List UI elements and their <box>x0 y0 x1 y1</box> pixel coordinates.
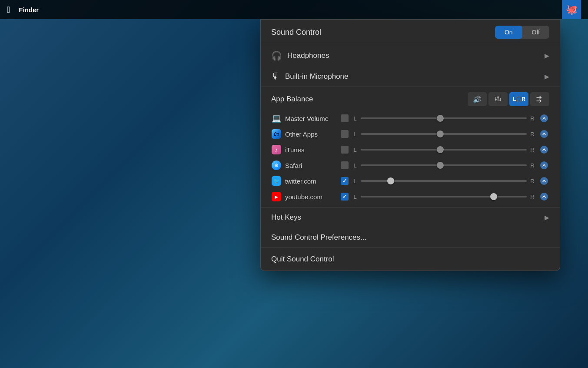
headphones-row-left: 🎧 Headphones <box>271 50 329 61</box>
itunes-checkbox[interactable] <box>341 146 349 154</box>
app-balance-title: App Balance <box>271 95 313 104</box>
master-r-label: R <box>529 115 535 122</box>
other-apps-label: Other Apps <box>285 130 337 138</box>
master-volume-expand-button[interactable] <box>539 113 549 124</box>
safari-slider-container: L R <box>352 162 535 169</box>
svg-point-10 <box>540 177 548 185</box>
safari-slider[interactable] <box>361 164 527 166</box>
itunes-label: iTunes <box>285 146 337 154</box>
sound-control-menubar-button[interactable]: 🐙 <box>562 0 581 19</box>
safari-label: Safari <box>285 162 337 169</box>
other-apps-row: 🗂 Other Apps L R <box>271 126 549 142</box>
other-apps-slider-container: L R <box>352 131 535 137</box>
svg-point-7 <box>540 130 548 138</box>
twitter-slider[interactable] <box>361 180 527 182</box>
other-l-label: L <box>352 131 358 137</box>
master-volume-checkbox[interactable] <box>341 114 349 122</box>
twitter-app-icon: 🐦 <box>272 176 281 186</box>
twitter-checkmark: ✓ <box>342 178 347 184</box>
headphones-row[interactable]: 🎧 Headphones ▶ <box>261 45 560 66</box>
app-balance-header: App Balance 🔊 L🎧R <box>271 92 549 106</box>
master-volume-slider[interactable] <box>361 117 527 119</box>
other-apps-checkbox[interactable] <box>341 130 349 138</box>
finder-icon: 🗂 <box>272 129 281 139</box>
hot-keys-chevron-icon: ▶ <box>545 214 549 221</box>
finder-menu-title[interactable]: Finder <box>19 6 39 13</box>
headphones-chevron-icon: ▶ <box>545 52 549 59</box>
microphone-label: Built-in Microphone <box>285 72 349 81</box>
safari-icon: ⊕ <box>271 160 282 171</box>
youtube-slider[interactable] <box>361 196 527 197</box>
toggle-on-button[interactable]: On <box>495 26 522 39</box>
app-balance-section: App Balance 🔊 L🎧R <box>261 87 560 207</box>
itunes-icon: ♪ <box>271 144 282 155</box>
balance-controls: 🔊 L🎧R <box>468 92 549 106</box>
octopus-icon: 🐙 <box>566 4 578 15</box>
safari-l-label: L <box>352 162 358 169</box>
microphone-chevron-icon: ▶ <box>545 73 549 80</box>
itunes-app-icon: ♪ <box>272 145 281 154</box>
itunes-slider-container: L R <box>352 147 535 153</box>
master-volume-icon: 💻 <box>271 113 282 124</box>
youtube-checkmark: ✓ <box>342 194 347 200</box>
on-off-toggle[interactable]: On Off <box>495 26 549 39</box>
youtube-r-label: R <box>529 194 535 200</box>
twitter-r-label: R <box>529 178 535 184</box>
twitter-label: twitter.com <box>285 177 337 185</box>
other-r-label: R <box>529 131 535 137</box>
sound-control-dropdown: Sound Control On Off 🎧 Headphones ▶ 🎙 Bu… <box>260 19 560 271</box>
master-volume-row: 💻 Master Volume L R <box>271 110 549 126</box>
youtube-l-label: L <box>352 194 358 200</box>
itunes-r-label: R <box>529 147 535 153</box>
hot-keys-label: Hot Keys <box>271 213 301 222</box>
safari-expand-button[interactable] <box>539 160 549 171</box>
twitter-expand-button[interactable] <box>539 176 549 186</box>
twitter-checkbox[interactable]: ✓ <box>341 177 349 185</box>
headphones-label: Headphones <box>287 51 329 60</box>
shuffle-ctrl-button[interactable] <box>530 92 549 106</box>
svg-point-6 <box>540 114 548 122</box>
safari-app-icon: ⊕ <box>272 161 281 170</box>
itunes-expand-button[interactable] <box>539 144 549 155</box>
twitter-row: 🐦 twitter.com ✓ L R <box>271 173 549 189</box>
safari-checkbox[interactable] <box>341 161 349 169</box>
itunes-slider[interactable] <box>361 149 527 151</box>
microphone-row-left: 🎙 Built-in Microphone <box>271 71 349 81</box>
preferences-label: Sound Control Preferences... <box>271 233 366 242</box>
master-volume-slider-container: L R <box>352 115 535 122</box>
lr-ctrl-button[interactable]: L🎧R <box>509 92 528 106</box>
other-apps-expand-button[interactable] <box>539 129 549 139</box>
menubar-right: 🐙 <box>562 0 581 19</box>
other-apps-slider[interactable] <box>361 133 527 135</box>
twitter-l-label: L <box>352 178 358 184</box>
youtube-expand-button[interactable] <box>539 191 549 202</box>
youtube-app-icon: ▶ <box>272 192 281 201</box>
menubar:  Finder 🐙 <box>0 0 588 19</box>
svg-point-8 <box>540 146 548 154</box>
preferences-row[interactable]: Sound Control Preferences... <box>261 227 560 248</box>
microphone-icon: 🎙 <box>271 71 280 81</box>
eq-ctrl-button[interactable] <box>488 92 508 106</box>
microphone-row[interactable]: 🎙 Built-in Microphone ▶ <box>261 66 560 87</box>
sound-control-header: Sound Control On Off <box>261 20 560 45</box>
volume-ctrl-button[interactable]: 🔊 <box>468 92 487 106</box>
svg-point-11 <box>540 193 548 201</box>
apple-menu-icon[interactable]:  <box>7 5 10 15</box>
safari-r-label: R <box>529 162 535 169</box>
sound-control-title: Sound Control <box>271 28 321 37</box>
safari-row: ⊕ Safari L R <box>271 157 549 173</box>
quit-label: Quit Sound Control <box>271 255 334 263</box>
youtube-slider-container: L R <box>352 194 535 200</box>
other-apps-icon: 🗂 <box>271 129 282 139</box>
youtube-icon: ▶ <box>271 191 282 202</box>
youtube-checkbox[interactable]: ✓ <box>341 193 349 201</box>
hot-keys-row[interactable]: Hot Keys ▶ <box>261 207 560 227</box>
master-volume-label: Master Volume <box>285 115 337 122</box>
quit-row[interactable]: Quit Sound Control <box>261 248 560 271</box>
toggle-off-button[interactable]: Off <box>522 26 549 39</box>
master-l-label: L <box>352 115 358 122</box>
youtube-row: ▶ youtube.com ✓ L R <box>271 189 549 204</box>
itunes-row: ♪ iTunes L R <box>271 142 549 157</box>
twitter-icon: 🐦 <box>271 176 282 186</box>
youtube-label: youtube.com <box>285 193 337 201</box>
